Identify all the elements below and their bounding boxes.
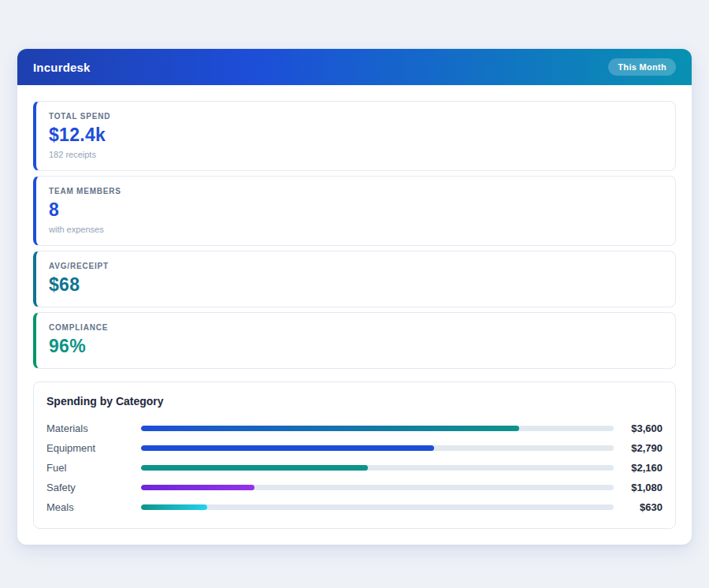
bar-track (141, 485, 614, 490)
stat-value: $68 (49, 274, 663, 296)
stat-value: 96% (49, 336, 663, 357)
app-header: Incurdesk This Month (17, 49, 692, 85)
category-label: Safety (46, 482, 141, 493)
bar-fill (141, 504, 207, 510)
category-label: Equipment (46, 442, 141, 454)
stat-label: TOTAL SPEND (49, 112, 663, 121)
category-row: Equipment $2,790 (46, 438, 663, 458)
category-value: $630 (614, 501, 663, 513)
period-badge[interactable]: This Month (608, 58, 676, 76)
bar-track (141, 445, 614, 451)
category-label: Fuel (46, 462, 141, 474)
category-rows: Materials $3,600 Equipment $2,790 Fuel $… (46, 419, 663, 517)
category-row: Materials $3,600 (46, 419, 663, 438)
card-body: TOTAL SPEND $12.4k 182 receipts TEAM MEM… (17, 85, 692, 545)
stat-sub: with expenses (49, 225, 663, 234)
category-value: $2,160 (614, 462, 663, 474)
category-value: $1,080 (614, 482, 663, 493)
bar-track (141, 465, 614, 471)
stat-label: TEAM MEMBERS (49, 187, 663, 195)
category-label: Meals (46, 501, 141, 513)
category-label: Materials (46, 422, 141, 434)
bar-track (141, 426, 614, 431)
stats-list: TOTAL SPEND $12.4k 182 receipts TEAM MEM… (33, 101, 676, 369)
category-row: Fuel $2,160 (46, 458, 663, 478)
category-card: Spending by Category Materials $3,600 Eq… (33, 381, 676, 529)
stat-card: COMPLIANCE 96% (33, 312, 676, 369)
stat-value: $12.4k (49, 125, 663, 146)
app-title: Incurdesk (33, 61, 91, 74)
stat-value: 8 (49, 199, 663, 221)
bar-fill (141, 426, 519, 431)
category-value: $3,600 (614, 422, 663, 434)
dashboard-card: Incurdesk This Month TOTAL SPEND $12.4k … (17, 49, 692, 545)
bar-track (141, 504, 614, 510)
stat-sub: 182 receipts (49, 150, 663, 159)
bar-fill (141, 465, 368, 471)
category-row: Meals $630 (46, 497, 663, 517)
stat-label: AVG/RECEIPT (49, 262, 663, 270)
category-row: Safety $1,080 (46, 478, 663, 497)
stat-card: TOTAL SPEND $12.4k 182 receipts (33, 101, 676, 171)
category-title: Spending by Category (46, 395, 663, 408)
bar-fill (141, 445, 434, 451)
stat-card: AVG/RECEIPT $68 (33, 251, 676, 307)
bar-fill (141, 485, 254, 490)
stat-label: COMPLIANCE (49, 323, 663, 332)
category-value: $2,790 (614, 442, 663, 454)
stat-card: TEAM MEMBERS 8 with expenses (33, 176, 676, 246)
